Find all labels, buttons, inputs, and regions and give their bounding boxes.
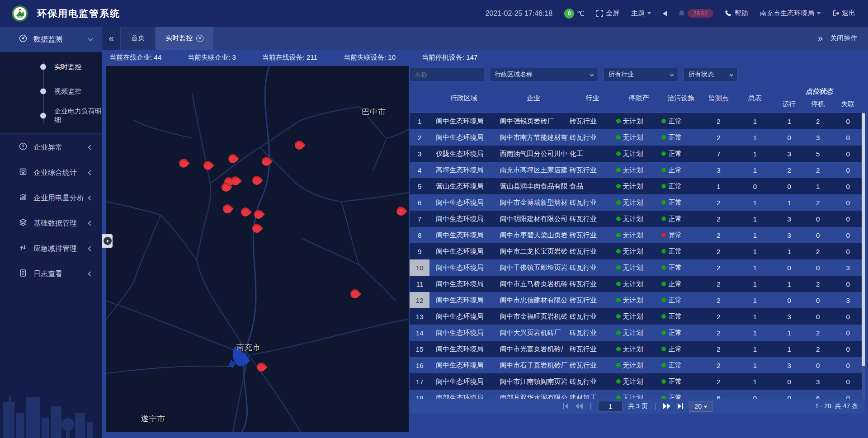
table-row[interactable]: 15阆中生态环境局阆中市光富页岩机砖厂砖瓦行业无计划正常21120 — [410, 341, 865, 357]
help-button[interactable]: 帮助 — [725, 9, 748, 18]
stat-label: 当前停机设备: — [422, 53, 466, 61]
table-row[interactable]: 16阆中生态环境局阆中市石子页岩机砖厂砖瓦行业无计划正常21300 — [410, 357, 865, 373]
cell-meter-count: 1 — [737, 129, 774, 146]
industry-filter-select[interactable]: 所有行业 — [604, 68, 678, 81]
cell-limit-status: 无计划 — [616, 243, 662, 259]
sidebar-item-log-view[interactable]: 日志查看 — [0, 261, 102, 287]
city-skyline-decoration — [0, 370, 102, 438]
tabs-scroll-right-button[interactable]: » — [818, 33, 823, 43]
sidebar-item-realtime-monitor[interactable]: 实时监控 — [0, 55, 102, 79]
table-row[interactable]: 11阆中生态环境局阆中市五马桥页岩机砖砖瓦行业无计划正常21120 — [410, 276, 865, 292]
cell-region: 营山生态环境局 — [429, 178, 498, 194]
cell-limit-text: 无计划 — [623, 166, 643, 174]
sidebar-item-power-analysis[interactable]: 企业用电量分析 — [0, 185, 102, 211]
map-collapse-button[interactable] — [102, 234, 113, 248]
close-operations-button[interactable]: 关闭操作 — [830, 34, 857, 42]
sidebar-item-company-stats[interactable]: 企业综合统计 — [0, 160, 102, 185]
fullscreen-icon — [596, 10, 603, 17]
map-pin[interactable] — [350, 289, 359, 298]
table-row[interactable]: 13阆中生态环境局阆中市金福旺页岩机砖砖瓦行业无计划正常21300 — [410, 308, 865, 325]
pin-shape-icon — [239, 206, 252, 218]
tab-home[interactable]: 首页 — [121, 27, 155, 50]
stat-label: 当前在线企业: — [109, 53, 154, 61]
status-dot-icon — [616, 282, 621, 286]
scrollbar-thumb[interactable] — [862, 113, 865, 366]
next-page-button[interactable] — [663, 403, 671, 409]
cell-meter-count: 0 — [737, 178, 774, 194]
map-pin[interactable] — [252, 224, 261, 233]
sidebar-item-power-load-detail[interactable]: 企业电力负荷明细 — [0, 104, 102, 128]
map-pin[interactable] — [228, 154, 237, 163]
map-pin[interactable] — [262, 157, 271, 166]
table-row[interactable]: 3仪陇生态环境局西南油气田分公司川中化工无计划正常71350 — [410, 146, 865, 162]
cell-run-count: 3 — [773, 308, 805, 325]
map-pin[interactable] — [231, 176, 240, 185]
status-dot-icon — [616, 119, 621, 123]
table-row[interactable]: 1阆中生态环境局阆中强锐页岩砖厂砖瓦行业无计划正常21120 — [410, 113, 865, 129]
temperature-badge: 0 — [564, 9, 574, 19]
pagination-range: 1 - 20 共 47 条 — [815, 402, 858, 410]
gauge-icon — [19, 34, 27, 44]
map-pin[interactable] — [179, 159, 188, 168]
map-panel[interactable]: 巴中市南充市遂宁市 — [106, 66, 409, 432]
cell-industry: 食品 — [569, 178, 616, 194]
page-size-select[interactable]: 20 — [689, 401, 712, 412]
map-pin[interactable] — [203, 161, 212, 170]
table-row[interactable]: 2阆中生态环境局阆中市南方节能建材有砖瓦行业无计划正常21030 — [410, 129, 865, 146]
logout-button[interactable]: 退出 — [832, 9, 855, 18]
theme-dropdown[interactable]: 主题 — [631, 9, 651, 18]
tab-realtime-monitor[interactable]: 实时监控 ✕ — [156, 27, 213, 50]
status-filter-select[interactable]: 所有状态 — [684, 68, 738, 81]
map-pin[interactable] — [252, 176, 261, 185]
sidebar-item-data-monitor[interactable]: 数据监测 — [0, 27, 102, 52]
table-row[interactable]: 6阆中生态环境局阆中市金博瑞新型墙材砖瓦行业无计划正常21120 — [410, 194, 865, 211]
bar-chart-icon — [19, 193, 27, 203]
cell-region: 阆中生态环境局 — [429, 259, 498, 276]
sidebar-item-company-abnormal[interactable]: 企业异常 — [0, 135, 102, 160]
table-row[interactable]: 7阆中生态环境局阆中明阳建材有限公司砖瓦行业无计划正常21300 — [410, 211, 865, 227]
chevron-left-icon — [88, 195, 93, 200]
table-row[interactable]: 10阆中生态环境局阆中千佛镇五郎垭页岩砖瓦行业无计划正常21003 — [410, 259, 865, 276]
cell-company: 西南油气田分公司川中 — [498, 146, 569, 162]
cell-meter-count: 1 — [737, 227, 774, 243]
table-row[interactable]: 8阆中生态环境局阆中市枣碧大梁山页岩砖瓦行业无计划异常21300 — [410, 227, 865, 243]
first-page-button[interactable] — [562, 403, 570, 409]
table-row[interactable]: 5营山生态环境局营山县润丰肉食品有限食品无计划正常10010 — [410, 178, 865, 194]
cell-pollution-text: 正常 — [668, 215, 682, 223]
table-scrollbar[interactable] — [862, 113, 865, 399]
prev-page-button[interactable] — [575, 403, 583, 409]
table-row[interactable]: 18南部生态环境局南部县双华水泥有限公建材加工无计划正常60060 — [410, 390, 865, 399]
tabs-scroll-left-button[interactable]: « — [102, 27, 120, 50]
region-filter-select[interactable]: 行政区域名称 — [490, 68, 598, 81]
stat-value: 3 — [232, 53, 236, 61]
page-number-input[interactable] — [598, 401, 623, 412]
map-pin[interactable] — [254, 210, 263, 219]
notifications[interactable]: 2632 — [679, 9, 713, 18]
cell-company: 阆中市光富页岩机砖厂 — [498, 341, 569, 357]
collapse-sound-button[interactable] — [663, 11, 667, 16]
map-pin[interactable] — [396, 207, 406, 216]
map-city-label: 南充市 — [236, 342, 260, 353]
table-row[interactable]: 17阆中生态环境局阆中市江南镇阆南页岩砖瓦行业无计划正常21030 — [410, 373, 865, 390]
bullet-icon — [40, 89, 46, 94]
map-pin[interactable] — [257, 363, 266, 372]
map-pin[interactable] — [222, 183, 231, 192]
map-pin[interactable] — [295, 141, 304, 150]
name-filter-input[interactable] — [410, 68, 484, 81]
sidebar-item-emergency-reduction[interactable]: 应急减排管理 — [0, 236, 102, 261]
stat-label: 当前失联设备: — [344, 53, 388, 61]
map-pin[interactable] — [241, 207, 250, 217]
table-row[interactable]: 9阆中生态环境局阆中市二龙长宝页岩砖砖瓦行业无计划正常21120 — [410, 243, 865, 259]
map-pin[interactable] — [223, 204, 232, 213]
table-row[interactable]: 12阆中生态环境局阆中市忠信建材有限公砖瓦行业无计划正常21003 — [410, 292, 865, 308]
org-dropdown[interactable]: 南充市生态环境局 — [760, 9, 821, 18]
last-page-button[interactable] — [676, 403, 684, 409]
cell-region: 阆中生态环境局 — [429, 373, 498, 390]
close-icon[interactable]: ✕ — [196, 35, 203, 42]
cell-pollution-status: 正常 — [661, 113, 700, 129]
fullscreen-button[interactable]: 全屏 — [596, 9, 619, 18]
table-row[interactable]: 14阆中生态环境局阆中大兴页岩机砖厂砖瓦行业无计划正常21120 — [410, 325, 865, 341]
sidebar-item-video-monitor[interactable]: 视频监控 — [0, 79, 102, 104]
table-row[interactable]: 4高坪生态环境局南充市高坪区王家店建砖瓦行业无计划正常31220 — [410, 162, 865, 178]
sidebar-item-base-data[interactable]: 基础数据管理 — [0, 211, 102, 236]
